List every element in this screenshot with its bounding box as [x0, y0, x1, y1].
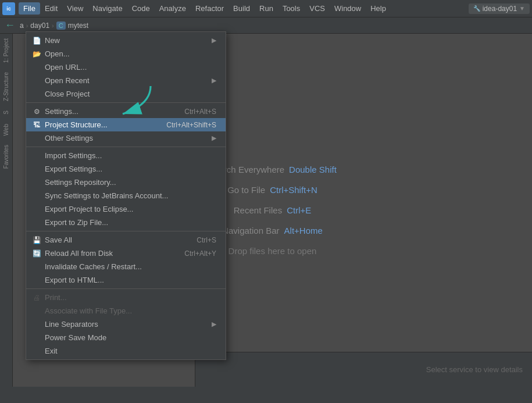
other-settings-icon [32, 134, 41, 143]
breadcrumb-class-icon: C [56, 22, 66, 30]
power-save-icon [32, 333, 41, 343]
invalidate-caches-icon [32, 262, 41, 272]
menu-navigate[interactable]: Navigate [88, 2, 127, 15]
save-all-icon: 💾 [32, 236, 41, 245]
menu-file[interactable]: File [19, 2, 40, 15]
menu-analyze[interactable]: Analyze [155, 2, 191, 15]
menu-item-associate-filetype[interactable]: Associate with File Type... [26, 304, 226, 318]
settings-shortcut: Ctrl+Alt+S [184, 108, 216, 116]
breadcrumb-sep-1: › [26, 22, 28, 29]
menu-item-sync-settings[interactable]: Sync Settings to JetBrains Account... [26, 189, 226, 202]
sidebar-tab-structure[interactable]: Z-Structure [1, 67, 11, 106]
hint-search-key: Double Shift [289, 165, 337, 174]
sidebar-tab-project[interactable]: 1: Project [1, 34, 11, 67]
menu-item-open-recent[interactable]: Open Recent ▶ [26, 74, 226, 87]
reload-disk-icon: 🔄 [32, 249, 41, 258]
menu-refactor[interactable]: Refactor [191, 2, 228, 15]
service-text: Select service to view details [426, 365, 523, 374]
menu-item-save-all[interactable]: 💾 Save All Ctrl+S [26, 233, 226, 247]
hint-navbar: Navigation Bar Alt+Home [222, 226, 323, 236]
project-structure-icon: 🏗 [32, 120, 41, 130]
menu-item-reload-disk[interactable]: 🔄 Reload All from Disk Ctrl+Alt+Y [26, 247, 226, 260]
menu-help[interactable]: Help [366, 2, 391, 15]
export-eclipse-icon [32, 205, 41, 214]
menu-item-power-save[interactable]: Power Save Mode [26, 331, 226, 344]
app-icon: ic [2, 2, 15, 15]
menu-item-export-zip[interactable]: Export to Zip File... [26, 216, 226, 229]
menu-code[interactable]: Code [127, 2, 155, 15]
menu-vcs[interactable]: VCS [305, 2, 330, 15]
new-icon: 📄 [32, 36, 41, 45]
project-badge: 🔧 idea-day01 ▼ [469, 3, 530, 14]
menu-window[interactable]: Window [330, 2, 366, 15]
menu-item-new[interactable]: 📄 New ▶ [26, 34, 226, 47]
new-arrow: ▶ [212, 37, 216, 44]
hint-navbar-key: Alt+Home [284, 226, 323, 236]
sidebar-tab-web[interactable]: Web [1, 119, 11, 140]
left-sidebar: 1: Project Z-Structure S Web Favorites [0, 34, 13, 387]
menu-item-export-eclipse[interactable]: Export Project to Eclipse... [26, 202, 226, 216]
open-recent-icon [32, 76, 41, 85]
hint-goto-key: Ctrl+Shift+N [270, 185, 317, 195]
hint-search: Search Everywhere Double Shift [208, 165, 337, 174]
line-separators-icon [32, 320, 41, 329]
menu-item-exit[interactable]: Exit [26, 344, 226, 358]
other-settings-arrow: ▶ [212, 134, 216, 142]
open-url-icon [32, 63, 41, 72]
menu-edit[interactable]: Edit [40, 2, 62, 15]
menu-item-open[interactable]: 📂 Open... [26, 47, 226, 60]
hint-recent: Recent Files Ctrl+E [234, 205, 311, 215]
back-arrow-icon[interactable]: ← [5, 19, 15, 31]
menu-item-import-settings[interactable]: Import Settings... [26, 149, 226, 162]
menu-item-settings[interactable]: ⚙ Settings... Ctrl+Alt+S [26, 105, 226, 118]
line-separators-arrow: ▶ [212, 320, 216, 328]
save-all-shortcut: Ctrl+S [197, 236, 216, 244]
sidebar-tab-s[interactable]: S [1, 106, 11, 119]
reload-disk-shortcut: Ctrl+Alt+Y [184, 249, 216, 258]
import-settings-icon [32, 151, 41, 161]
breadcrumb-item-day01: day01 [30, 22, 49, 30]
menu-view[interactable]: View [62, 2, 88, 15]
sync-settings-icon [32, 191, 41, 201]
breadcrumb-item-mytest: mytest [68, 22, 88, 30]
menu-item-close-project[interactable]: Close Project [26, 87, 226, 101]
breadcrumb-item-a: a [20, 22, 24, 30]
menu-item-other-settings[interactable]: Other Settings ▶ [26, 131, 226, 145]
file-dropdown-menu: 📄 New ▶ 📂 Open... Open URL... Open Recen… [26, 31, 226, 360]
menu-item-invalidate-caches[interactable]: Invalidate Caches / Restart... [26, 260, 226, 273]
menu-item-print[interactable]: 🖨 Print... [26, 291, 226, 304]
print-icon: 🖨 [32, 293, 41, 302]
open-icon: 📂 [32, 49, 41, 59]
menu-item-open-url[interactable]: Open URL... [26, 60, 226, 74]
open-recent-arrow: ▶ [212, 77, 216, 84]
chevron-down-icon[interactable]: ▼ [519, 5, 525, 12]
menu-build[interactable]: Build [228, 2, 255, 15]
menu-tools[interactable]: Tools [278, 2, 305, 15]
project-structure-shortcut: Ctrl+Alt+Shift+S [166, 121, 216, 129]
exit-icon [32, 347, 41, 356]
hint-goto: Go to File Ctrl+Shift+N [227, 185, 317, 195]
hint-recent-key: Ctrl+E [287, 205, 311, 215]
associate-filetype-icon [32, 306, 41, 316]
menu-item-line-separators[interactable]: Line Separators ▶ [26, 318, 226, 331]
hint-navbar-text: Navigation Bar [222, 226, 279, 236]
settings-repo-icon [32, 178, 41, 187]
drop-hint: Drop files here to open [228, 246, 317, 256]
export-settings-icon [32, 165, 41, 174]
menu-item-project-structure[interactable]: 🏗 Project Structure... Ctrl+Alt+Shift+S [26, 118, 226, 131]
menu-run[interactable]: Run [255, 2, 278, 15]
hint-goto-text: Go to File [227, 185, 265, 195]
close-project-icon [32, 90, 41, 99]
settings-icon: ⚙ [32, 107, 41, 116]
breadcrumb-sep-2: › [52, 22, 54, 29]
hint-recent-text: Recent Files [234, 205, 282, 215]
menu-item-export-settings[interactable]: Export Settings... [26, 162, 226, 176]
menu-item-export-html[interactable]: Export to HTML... [26, 273, 226, 287]
export-html-icon [32, 276, 41, 285]
sidebar-tab-favorites[interactable]: Favorites [1, 140, 11, 173]
menu-item-settings-repo[interactable]: Settings Repository... [26, 176, 226, 189]
service-panel: Select service to view details [195, 352, 532, 387]
export-zip-icon [32, 218, 41, 227]
